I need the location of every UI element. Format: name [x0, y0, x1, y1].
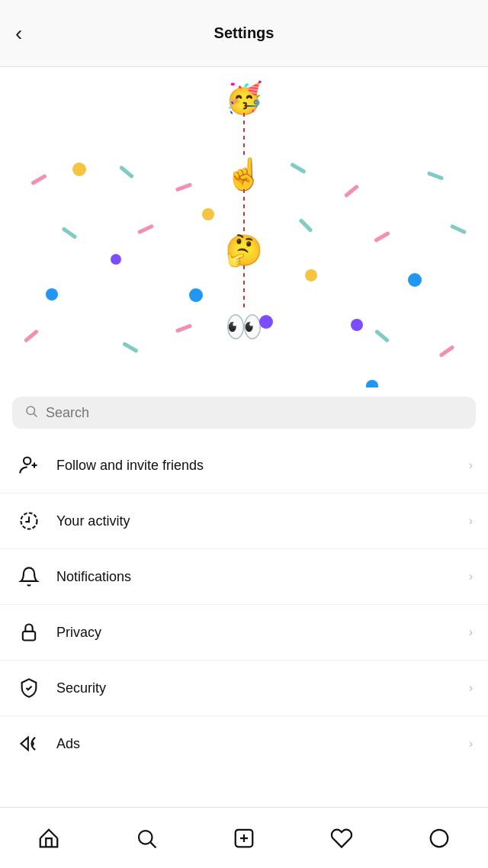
settings-list: Follow and invite friends › Your activit…	[0, 438, 488, 771]
emoji-3: 👀	[225, 311, 263, 342]
bottom-nav	[0, 807, 488, 868]
privacy-label: Privacy	[56, 625, 469, 641]
chevron-icon: ›	[469, 625, 473, 639]
ads-icon	[15, 730, 43, 757]
svg-rect-6	[23, 632, 35, 641]
confetti-dash-1	[119, 166, 134, 179]
search-container	[0, 387, 488, 438]
add-person-icon	[15, 452, 43, 479]
confetti-dot-7	[408, 273, 422, 287]
confetti-dash-9	[374, 231, 390, 243]
confetti-dot-1	[202, 208, 214, 220]
confetti-dot-5	[259, 315, 273, 329]
confetti-dot-12	[366, 380, 378, 387]
confetti-dash-11	[24, 330, 39, 343]
settings-item-ads[interactable]: Ads ›	[0, 716, 488, 771]
settings-item-follow-friends[interactable]: Follow and invite friends ›	[0, 438, 488, 493]
emoji-column: 🥳☝️🤔👀	[225, 82, 263, 342]
search-input[interactable]	[46, 405, 464, 421]
bell-icon	[15, 563, 43, 590]
confetti-area: 🥳☝️🤔👀	[0, 67, 488, 387]
nav-home[interactable]	[26, 815, 72, 861]
chevron-icon: ›	[469, 514, 473, 528]
settings-item-privacy[interactable]: Privacy ›	[0, 605, 488, 661]
header: ‹ Settings	[0, 0, 488, 67]
nav-likes[interactable]	[319, 815, 364, 861]
shield-icon	[15, 674, 43, 702]
confetti-dot-0	[72, 162, 86, 176]
confetti-dash-2	[175, 182, 192, 191]
confetti-dash-0	[30, 174, 47, 185]
svg-line-1	[34, 413, 37, 416]
settings-item-notifications[interactable]: Notifications ›	[0, 549, 488, 605]
back-button[interactable]: ‹	[15, 21, 22, 46]
svg-point-0	[27, 407, 35, 415]
svg-point-2	[24, 458, 30, 465]
chevron-icon: ›	[469, 458, 473, 472]
security-label: Security	[56, 680, 469, 696]
search-icon	[24, 404, 38, 421]
your-activity-label: Your activity	[56, 513, 469, 529]
svg-point-8	[139, 831, 152, 844]
confetti-dot-3	[46, 288, 58, 301]
confetti-dash-8	[298, 218, 313, 233]
confetti-dash-7	[137, 224, 154, 235]
nav-search[interactable]	[124, 815, 169, 861]
svg-point-13	[431, 829, 448, 847]
dotted-line-1	[243, 189, 245, 235]
chevron-icon: ›	[469, 570, 473, 583]
settings-item-security[interactable]: Security ›	[0, 661, 488, 716]
dotted-line-2	[243, 265, 245, 311]
follow-friends-label: Follow and invite friends	[56, 458, 469, 474]
confetti-dash-6	[62, 227, 78, 240]
confetti-dash-12	[122, 342, 139, 353]
settings-item-your-activity[interactable]: Your activity ›	[0, 493, 488, 549]
nav-add[interactable]	[221, 815, 267, 861]
ads-label: Ads	[56, 736, 469, 752]
confetti-dot-6	[305, 269, 317, 281]
chevron-icon: ›	[469, 681, 473, 695]
confetti-dash-15	[439, 345, 455, 358]
svg-marker-7	[21, 738, 28, 750]
confetti-dot-4	[189, 288, 203, 302]
svg-line-9	[151, 842, 156, 847]
confetti-dash-5	[427, 171, 444, 180]
page-title: Settings	[214, 24, 274, 42]
confetti-dash-4	[344, 185, 359, 198]
chevron-icon: ›	[469, 737, 473, 751]
notifications-label: Notifications	[56, 569, 469, 585]
confetti-dot-8	[351, 319, 363, 331]
lock-icon	[15, 619, 43, 646]
confetti-dot-2	[111, 254, 121, 265]
dotted-line-0	[243, 113, 245, 159]
confetti-dash-3	[290, 162, 307, 174]
emoji-1: ☝️	[225, 159, 263, 189]
emoji-0: 🥳	[225, 82, 263, 113]
emoji-2: 🤔	[225, 235, 263, 265]
confetti-dash-13	[175, 323, 192, 333]
activity-icon	[15, 507, 43, 535]
search-bar	[12, 397, 476, 429]
confetti-dash-10	[450, 224, 467, 235]
nav-profile[interactable]	[416, 815, 462, 861]
confetti-dash-14	[374, 330, 390, 343]
